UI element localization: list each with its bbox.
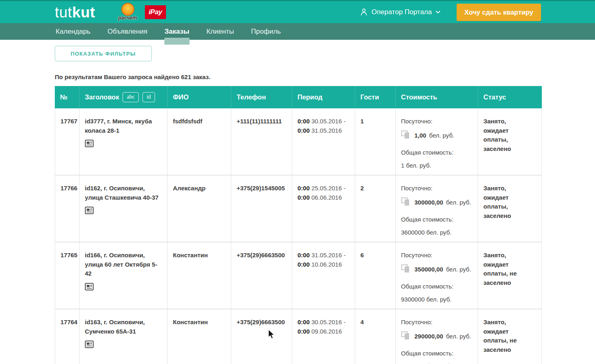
orders-table-body: 17767 id3777, г. Минск, якуба коласа 28-… — [55, 108, 542, 364]
listing-details-icon[interactable] — [85, 283, 95, 294]
period-start-date: 25.05.2016 - — [311, 185, 345, 192]
period-end-date: 10.06.2016 — [311, 261, 342, 268]
nav-tab-label: Объявления — [108, 28, 147, 35]
user-menu-label: Оператор Портала — [371, 8, 432, 16]
total-price-label: Общая стоимость: — [401, 215, 474, 224]
order-number: 17765 — [55, 242, 80, 309]
period-start-date: 31.05.2016 - — [311, 252, 345, 258]
order-title-cell: id162, г. Осиповичи, улица Сташкевича 40… — [80, 175, 168, 242]
daily-price-currency: бел. руб. — [446, 332, 471, 341]
daily-price-currency: бел. руб. — [446, 198, 471, 207]
total-price-label: Общая стоимость: — [401, 282, 474, 291]
broken-image-icon — [401, 263, 412, 277]
ipay-payment-badge: iPay — [145, 5, 166, 19]
logo-text-light: tut — [55, 5, 72, 20]
client-name: Александр — [168, 175, 231, 242]
order-title-cell: id3777, г. Минск, якуба коласа 28-1 — [80, 108, 168, 175]
order-row: 17766 id162, г. Осиповичи, улица Сташкев… — [55, 175, 542, 242]
period-end-date: 06.06.2016 — [311, 194, 342, 201]
column-header-status: Статус — [478, 86, 542, 108]
client-phone: +375(29)6663500 — [231, 309, 292, 364]
rent-out-apartment-button[interactable]: Хочу сдать квартиру — [457, 4, 541, 21]
period-end-time: 0:00 — [298, 261, 310, 268]
client-name: fsdfdsfsdf — [168, 108, 231, 175]
booking-period: 0:00 31.05.2016 - 0:00 10.06.2016 — [292, 242, 355, 309]
nav-tab-label: Профиль — [251, 28, 281, 35]
order-title: id3777, г. Минск, якуба коласа 28-1 — [85, 117, 160, 135]
nav-tab[interactable]: Календарь — [55, 24, 91, 39]
broken-image-icon — [401, 129, 412, 143]
total-price-label: Общая стоимость: — [401, 148, 474, 157]
chevron-down-icon — [435, 11, 440, 14]
guests-count: 1 — [355, 108, 396, 175]
site-logo[interactable]: tut kut — [55, 5, 95, 20]
order-title: id162, г. Осиповичи, улица Сташкевича 40… — [85, 184, 160, 202]
client-phone: +375(29)6663500 — [231, 242, 292, 309]
total-price-value: 1 бел. руб. — [401, 161, 474, 170]
daily-price-value: 300000,00 — [414, 198, 443, 207]
broken-image-icon — [401, 330, 412, 344]
order-title: id166, г. Осиповичи, улица 60 лет Октябр… — [85, 251, 160, 278]
show-filters-button[interactable]: ПОКАЗАТЬ ФИЛЬТРЫ — [55, 46, 152, 61]
listing-details-icon[interactable] — [85, 340, 95, 351]
period-start-time: 0:00 — [298, 252, 310, 258]
client-phone: +111(11)1111111 — [231, 108, 292, 175]
period-end-date: 09.06.2016 — [311, 328, 342, 335]
order-title-cell: id163, г. Осиповичи, Сумченко 65А-31 — [80, 309, 168, 364]
results-summary: По результатам Вашего запроса найдено 62… — [55, 73, 595, 80]
ipay-label: iPay — [149, 8, 162, 16]
orders-table: № Заголовок abc id ФИО Телефон Период Го… — [55, 86, 542, 364]
price-cell: Посуточно: 300000,00 бел. руб. Общая сто… — [396, 175, 478, 242]
period-start-time: 0:00 — [298, 319, 310, 325]
period-start-date: 30.05.2016 - — [311, 118, 345, 125]
daily-price-value: 1,00 — [414, 131, 426, 140]
order-status: Занято, ожидает оплаты, заселено — [478, 175, 542, 242]
period-end-time: 0:00 — [298, 194, 310, 201]
nav-tab[interactable]: Объявления — [107, 24, 148, 39]
price-cell: Посуточно: 1,00 бел. руб. Общая стоимост… — [396, 108, 478, 175]
period-end-date: 31.05.2016 — [311, 127, 342, 134]
sort-by-id-button[interactable]: id — [142, 92, 155, 102]
nav-tab-label: Клиенты — [206, 28, 234, 35]
nav-tab[interactable]: Профиль — [250, 24, 282, 39]
period-start-time: 0:00 — [298, 185, 310, 192]
sort-alphabetical-button[interactable]: abc — [123, 92, 138, 102]
guests-count: 2 — [355, 175, 396, 242]
total-price-value: 3600000 бел. руб. — [401, 228, 474, 237]
order-status: Занято, ожидает оплаты, не заселено — [478, 242, 542, 309]
order-status: Занято, ожидает оплаты, заселено — [478, 108, 542, 175]
nav-tab-label: Календарь — [56, 28, 91, 35]
booking-period: 0:00 30.05.2016 - 0:00 31.05.2016 — [292, 108, 355, 175]
column-header-number: № — [55, 86, 80, 108]
nav-tab[interactable]: Клиенты — [205, 24, 235, 39]
order-title-cell: id166, г. Осиповичи, улица 60 лет Октябр… — [80, 242, 168, 309]
total-price-value: 9300000 бел. руб. — [401, 295, 474, 304]
order-row: 17767 id3777, г. Минск, якуба коласа 28-… — [55, 108, 542, 175]
order-status: Занято, ожидает оплаты, не заселено — [478, 309, 542, 364]
client-name: Константин — [168, 309, 231, 364]
main-nav: Календарь Объявления Заказы Клиенты Проф… — [0, 23, 595, 40]
column-header-guests: Гости — [355, 86, 396, 108]
period-start-date: 30.05.2016 - — [311, 319, 345, 325]
client-phone: +375(29)1545005 — [231, 175, 292, 242]
order-number: 17764 — [55, 309, 80, 364]
top-header: tut kut расчет iPay Оператор Портала Хоч… — [0, 0, 595, 23]
column-header-title-label: Заголовок — [85, 93, 119, 101]
booking-period: 0:00 25.05.2016 - 0:00 06.06.2016 — [292, 175, 355, 242]
active-tab-indicator — [164, 38, 190, 45]
daily-price-value: 350000,00 — [414, 265, 443, 274]
daily-price-value: 290000,00 — [414, 332, 443, 341]
orders-table-header: № Заголовок abc id ФИО Телефон Период Го… — [55, 86, 542, 108]
price-cell: Посуточно: 290000,00 бел. руб. Общая сто… — [396, 309, 478, 364]
listing-details-icon[interactable] — [85, 207, 95, 218]
price-cell: Посуточно: 350000,00 бел. руб. Общая сто… — [396, 242, 478, 309]
nav-tab[interactable]: Заказы — [164, 24, 190, 39]
order-row: 17765 id166, г. Осиповичи, улица 60 лет … — [55, 242, 542, 309]
listing-details-icon[interactable] — [85, 140, 95, 151]
daily-price-label: Посуточно: — [401, 318, 474, 327]
guests-count: 6 — [355, 242, 396, 309]
column-header-period: Период — [292, 86, 355, 108]
user-menu[interactable]: Оператор Портала — [360, 8, 440, 16]
order-row: 17764 id163, г. Осиповичи, Сумченко 65А-… — [55, 309, 542, 364]
daily-price-label: Посуточно: — [401, 117, 474, 126]
